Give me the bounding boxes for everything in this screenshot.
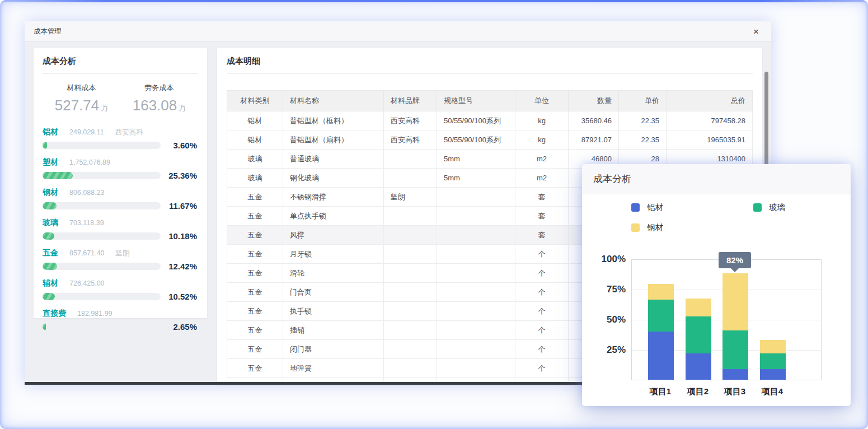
- table-cell: [437, 340, 515, 359]
- table-cell: [384, 150, 437, 169]
- table-column-header: 总价: [667, 91, 753, 111]
- table-cell: 五金: [227, 226, 283, 245]
- material-name: 玻璃: [43, 218, 58, 228]
- table-cell: 五金: [227, 321, 283, 340]
- close-icon[interactable]: ×: [750, 26, 762, 38]
- detail-panel-title: 成本明细: [227, 56, 753, 74]
- material-progress-row: 10.52%: [43, 292, 198, 301]
- table-cell: 1965035.91: [667, 130, 753, 150]
- material-progress-row: 25.36%: [43, 171, 198, 180]
- table-cell: 5mm: [437, 150, 515, 169]
- material-name: 塑材: [43, 157, 58, 167]
- table-cell: 不锈钢滑撑: [283, 188, 384, 207]
- table-cell: 普铝型材（扇料）: [283, 130, 384, 150]
- table-cell: 个: [515, 340, 569, 359]
- table-cell: 滑轮: [283, 264, 384, 283]
- table-cell: 5mm: [437, 169, 515, 188]
- table-cell: 个: [515, 359, 569, 378]
- material-amount: 249,029.11: [69, 128, 104, 136]
- table-cell: 五金: [227, 207, 283, 226]
- progress-bar-fill: [43, 263, 57, 270]
- table-cell: 797458.28: [667, 111, 753, 130]
- bar-segment-钢材: [686, 299, 711, 316]
- stacked-bar-项目3[interactable]: [722, 273, 748, 380]
- table-cell: 个: [515, 245, 569, 264]
- table-cell: 个: [515, 302, 569, 321]
- table-cell: 35680.46: [569, 111, 619, 130]
- material-progress-row: 11.67%: [43, 201, 198, 211]
- table-cell: [384, 359, 437, 378]
- material-amount: 806,088.23: [69, 189, 105, 197]
- stacked-bar-项目2[interactable]: [686, 299, 711, 380]
- table-cell: 铝材: [227, 111, 283, 130]
- material-name: 铝材: [43, 127, 58, 137]
- material-amount: 726,425.00: [69, 279, 105, 287]
- material-cost-item-head: 直接费182,981.99: [43, 309, 198, 319]
- material-progress-row: 10.18%: [43, 231, 198, 241]
- stacked-bar-项目1[interactable]: [648, 284, 674, 380]
- y-axis-tick-label: 25%: [587, 344, 626, 356]
- table-cell: [384, 321, 437, 340]
- progress-bar-track: [43, 202, 161, 209]
- bar-segment-玻璃: [760, 353, 786, 369]
- stacked-bar-项目4[interactable]: [760, 340, 786, 380]
- cost-analysis-panel: 成本分析 材料成本527.74万劳务成本163.08万 铝材249,029.11…: [34, 48, 207, 318]
- modal-header: 成本管理 ×: [25, 21, 771, 42]
- table-cell: [437, 321, 515, 340]
- table-cell: 门合页: [283, 283, 384, 302]
- table-cell: kg: [515, 111, 569, 130]
- material-supplier: 坚朗: [116, 249, 130, 258]
- table-cell: m2: [515, 150, 569, 169]
- table-cell: 西安高科: [384, 111, 437, 130]
- table-cell: [384, 169, 437, 188]
- material-cost-item: 钢材806,088.2311.67%: [43, 188, 198, 211]
- table-cell: 闭门器: [283, 340, 384, 359]
- material-cost-item: 玻璃703,118.3910.18%: [43, 218, 198, 241]
- material-amount: 182,981.99: [77, 310, 112, 318]
- bar-segment-铝材: [760, 369, 786, 380]
- table-cell: 个: [515, 264, 569, 283]
- table-cell: 套: [515, 188, 569, 207]
- material-percent: 25.36%: [168, 171, 198, 180]
- table-cell: 五金: [227, 264, 283, 283]
- table-cell: 五金: [227, 359, 283, 378]
- table-cell: [384, 245, 437, 264]
- table-cell: 五金: [227, 340, 283, 359]
- progress-bar-track: [43, 232, 161, 240]
- table-cell: 坚朗: [384, 188, 437, 207]
- table-cell: 套: [515, 207, 569, 226]
- table-row[interactable]: 铝材普铝型材（框料）西安高科50/55/90/100系列kg35680.4622…: [227, 111, 753, 130]
- table-cell: [437, 283, 515, 302]
- stat-number: 163.08: [133, 97, 177, 114]
- material-percent: 11.67%: [169, 201, 198, 211]
- material-amount: 857,671.40: [69, 249, 105, 257]
- bar-segment-钢材: [760, 340, 786, 353]
- material-name: 直接费: [43, 309, 66, 319]
- table-cell: 87921.07: [569, 130, 619, 150]
- table-cell: 插销: [283, 321, 384, 340]
- progress-bar-fill: [43, 323, 46, 330]
- table-cell: [384, 283, 437, 302]
- progress-bar-fill: [43, 232, 54, 240]
- material-percent: 12.42%: [168, 262, 198, 271]
- summary-stat: 材料成本527.74万: [43, 83, 120, 114]
- table-cell: 个: [515, 321, 569, 340]
- material-percent: 10.52%: [168, 292, 198, 301]
- table-cell: 地弹簧: [283, 359, 384, 378]
- table-column-header: 材料类别: [227, 91, 283, 111]
- table-cell: [437, 264, 515, 283]
- x-axis-label: 项目4: [750, 386, 795, 397]
- material-cost-item: 铝材249,029.11西安高科3.60%: [43, 127, 198, 150]
- summary-stat: 劳务成本163.08万: [120, 83, 198, 114]
- stat-unit: 万: [101, 104, 108, 112]
- table-cell: [437, 226, 515, 245]
- table-cell: 套: [515, 226, 569, 245]
- table-cell: [437, 359, 515, 378]
- bar-segment-钢材: [648, 284, 674, 300]
- progress-bar-fill: [43, 202, 57, 209]
- table-cell: 五金: [227, 245, 283, 264]
- analysis-panel-title: 成本分析: [43, 56, 198, 74]
- table-row[interactable]: 铝材普铝型材（扇料）西安高科50/55/90/100系列kg87921.0722…: [227, 130, 753, 150]
- table-column-header: 单位: [515, 91, 569, 111]
- table-cell: 五金: [227, 302, 283, 321]
